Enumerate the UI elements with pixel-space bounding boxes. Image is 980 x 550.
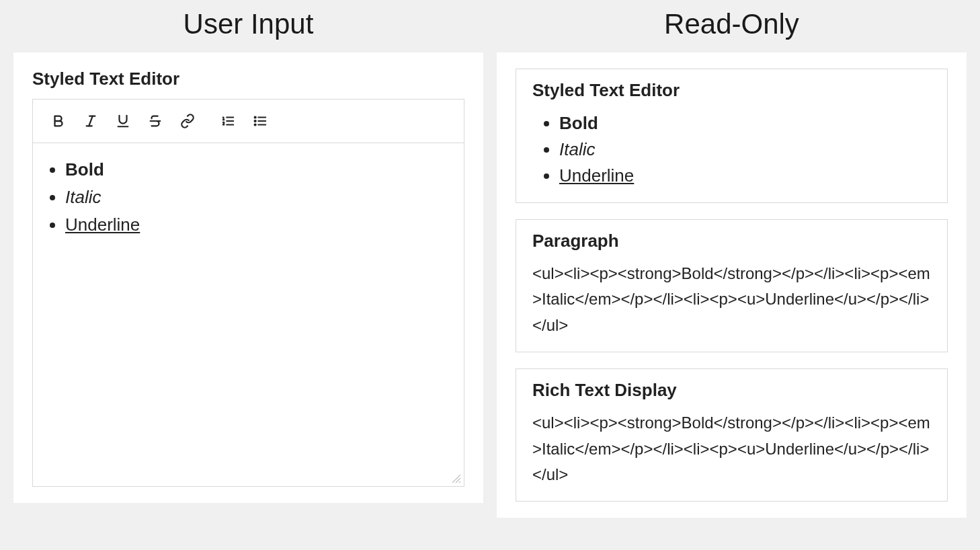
list-item: Underline	[65, 212, 450, 238]
svg-point-13	[255, 124, 256, 125]
editor-toolbar	[33, 100, 464, 143]
bold-button[interactable]	[42, 108, 75, 134]
editor-text-italic: Italic	[65, 187, 101, 207]
editor-content-area[interactable]: Bold Italic Underline	[33, 143, 464, 486]
svg-point-12	[255, 120, 256, 122]
read-only-panel: Styled Text Editor Bold Italic Underline…	[497, 52, 967, 518]
read-only-heading: Read-Only	[497, 8, 967, 40]
link-button[interactable]	[171, 108, 204, 134]
rich-text-raw-html: <ul><li><p><strong>Bold</strong></p></li…	[532, 410, 931, 487]
user-input-heading: User Input	[13, 8, 483, 40]
paragraph-card: Paragraph <ul><li><p><strong>Bold</stron…	[516, 219, 948, 352]
underline-button[interactable]	[107, 108, 139, 134]
editor-list: Bold Italic Underline	[65, 157, 450, 238]
styled-bold-text: Bold	[559, 113, 598, 133]
editor-title: Styled Text Editor	[32, 69, 464, 89]
editor-text-bold: Bold	[65, 159, 104, 180]
ordered-list-icon	[220, 114, 235, 128]
styled-card-title: Styled Text Editor	[532, 80, 931, 101]
ordered-list-button[interactable]	[212, 108, 244, 134]
list-item: Underline	[559, 163, 931, 189]
list-item: Italic	[559, 136, 931, 163]
styled-italic-text: Italic	[559, 139, 595, 159]
list-item: Bold	[559, 110, 931, 136]
bold-icon	[51, 114, 66, 128]
unordered-list-icon	[253, 114, 268, 128]
styled-text-editor: Bold Italic Underline	[32, 99, 464, 487]
styled-list: Bold Italic Underline	[559, 110, 931, 189]
italic-icon	[83, 114, 98, 128]
list-item: Bold	[65, 157, 450, 183]
user-input-column: User Input Styled Text Editor	[13, 1, 483, 518]
svg-point-11	[255, 116, 256, 118]
read-only-column: Read-Only Styled Text Editor Bold Italic…	[497, 1, 967, 518]
resize-grip-icon[interactable]	[450, 473, 461, 483]
underline-icon	[116, 114, 130, 128]
rich-text-card-title: Rich Text Display	[532, 380, 931, 401]
user-input-panel: Styled Text Editor	[13, 52, 483, 503]
strikethrough-button[interactable]	[139, 108, 171, 134]
paragraph-card-title: Paragraph	[532, 231, 931, 251]
strikethrough-icon	[148, 114, 163, 128]
unordered-list-button[interactable]	[244, 108, 276, 134]
paragraph-raw-html: <ul><li><p><strong>Bold</strong></p></li…	[532, 261, 931, 338]
svg-line-16	[459, 481, 460, 483]
editor-text-underline: Underline	[65, 214, 140, 235]
list-item: Italic	[65, 184, 450, 210]
link-icon	[180, 114, 195, 128]
styled-underline-text: Underline	[559, 165, 634, 186]
italic-button[interactable]	[75, 108, 107, 134]
svg-line-2	[89, 116, 93, 126]
styled-editor-card: Styled Text Editor Bold Italic Underline	[516, 69, 948, 203]
rich-text-card: Rich Text Display <ul><li><p><strong>Bol…	[516, 368, 948, 502]
